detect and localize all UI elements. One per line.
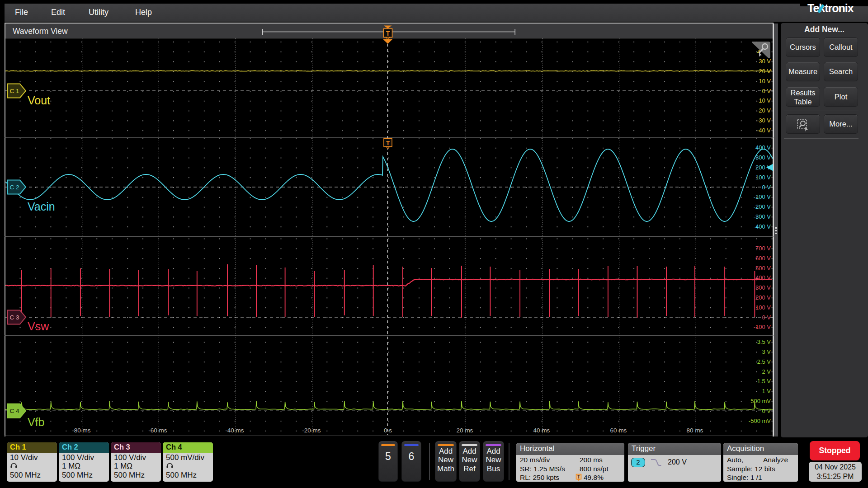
svg-text:T: T [386,140,390,146]
svg-text:-20 V: -20 V [757,107,771,114]
svg-text:10 V: 10 V [759,78,771,84]
svg-text:0 s: 0 s [384,427,392,434]
svg-text:30 V: 30 V [759,58,771,65]
svg-text:-300 V: -300 V [754,213,771,220]
svg-text:C 4: C 4 [9,408,19,414]
svg-text:Vacin: Vacin [28,200,55,213]
svg-text:300 V: 300 V [755,154,771,161]
svg-text:T: T [577,474,580,479]
svg-text:40 ms: 40 ms [533,427,550,434]
svg-text:-80 ms: -80 ms [72,427,91,434]
svg-text:C 2: C 2 [9,184,19,191]
svg-text:C 1: C 1 [9,88,19,94]
svg-text:0 V: 0 V [762,184,771,191]
svg-text:-100 V: -100 V [754,324,771,330]
svg-text:3.5 V: 3.5 V [757,338,771,345]
svg-text:Vfb: Vfb [28,416,45,428]
svg-text:-40 ms: -40 ms [225,427,244,434]
svg-text:-100 V: -100 V [754,193,771,200]
svg-text:Vsw: Vsw [28,320,49,333]
svg-text:0 V: 0 V [762,408,771,414]
svg-text:80 ms: 80 ms [687,427,703,434]
svg-text:-10 V: -10 V [757,97,771,104]
svg-text:-20 ms: -20 ms [302,427,321,434]
svg-text:20 ms: 20 ms [457,427,473,434]
svg-text:100 V: 100 V [755,304,771,311]
svg-text:20 V: 20 V [759,68,771,75]
svg-text:400 V: 400 V [755,274,771,281]
svg-text:-60 ms: -60 ms [148,427,167,434]
svg-text:2.5 V: 2.5 V [757,358,771,365]
svg-text:-500 mV: -500 mV [749,418,771,424]
svg-text:0 V: 0 V [762,88,771,94]
svg-text:-400 V: -400 V [754,223,771,230]
svg-text:-30 V: -30 V [757,117,771,124]
svg-text:400 V: 400 V [755,144,771,151]
svg-text:1 V: 1 V [762,388,771,394]
svg-text:500 mV: 500 mV [750,398,771,404]
svg-text:-40 V: -40 V [757,127,771,134]
svg-text:600 V: 600 V [755,255,771,262]
svg-text:Vout: Vout [28,94,50,107]
svg-text:2 V: 2 V [762,368,771,375]
svg-text:200 V: 200 V [755,294,771,301]
svg-text:100 V: 100 V [755,174,771,181]
svg-text:700 V: 700 V [755,245,771,252]
svg-text:C 3: C 3 [9,314,19,321]
svg-text:-200 V: -200 V [754,203,771,210]
svg-text:500 V: 500 V [755,265,771,272]
svg-text:300 V: 300 V [755,284,771,291]
svg-text:3 V: 3 V [762,348,771,355]
svg-text:60 ms: 60 ms [610,427,627,434]
svg-text:0 V: 0 V [762,314,771,321]
svg-text:T: T [386,30,390,37]
svg-text:1.5 V: 1.5 V [757,378,771,385]
